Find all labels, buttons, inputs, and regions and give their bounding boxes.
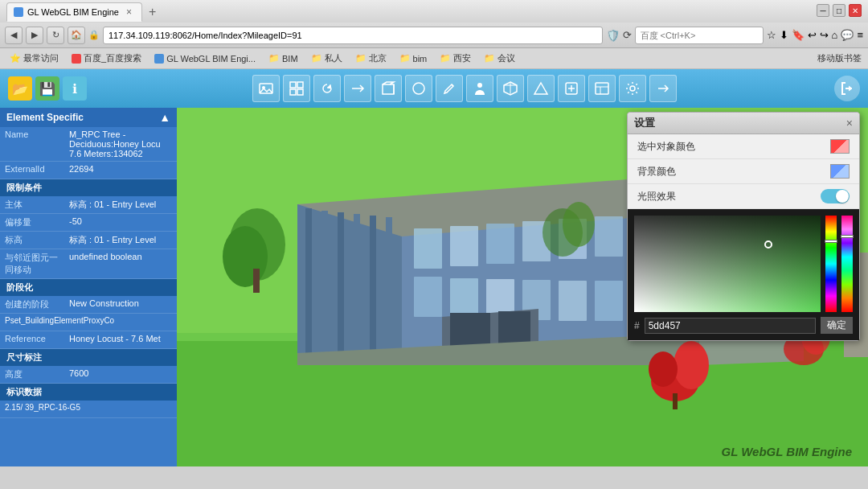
grid-tool-button[interactable] (283, 75, 310, 102)
hue-strip[interactable] (825, 216, 837, 312)
bookmark-private[interactable]: 📁 私人 (308, 51, 346, 66)
color-gradient-area[interactable] (634, 216, 821, 312)
bookmark-frequent[interactable]: ⭐ 最常访问 (6, 51, 62, 66)
reload-icon[interactable]: ⟳ (623, 29, 632, 41)
mobile-bookmark-button[interactable]: 移动版书签 (817, 52, 862, 64)
bookmark-label: 私人 (325, 52, 342, 64)
color-confirm-button[interactable]: 确定 (821, 317, 853, 334)
bookmark-label: 百度_百度搜索 (84, 52, 141, 64)
info-button[interactable]: ℹ (63, 76, 87, 101)
svg-rect-36 (450, 278, 478, 318)
color-picker-footer: # 确定 (634, 317, 853, 334)
pen-tool-button[interactable] (436, 75, 463, 102)
home2-icon[interactable]: ⌂ (832, 29, 838, 41)
toolbar-tools (252, 75, 677, 102)
shape-tool-button[interactable] (405, 75, 432, 102)
cube-tool-button[interactable] (497, 75, 524, 102)
panel-row-level: 标高 标高 : 01 - Entry Level (0, 232, 177, 249)
rotate-tool-button[interactable] (313, 75, 341, 102)
color-picker-main (634, 216, 853, 312)
bg-color-swatch[interactable] (830, 164, 850, 179)
name-value: M_RPC Tree -Deciduous:Honey Locu7.6 Mete… (64, 127, 177, 161)
refresh-button[interactable]: ↻ (47, 27, 64, 44)
open-folder-button[interactable]: 📂 (8, 76, 32, 101)
forward2-icon[interactable]: ↪ (820, 29, 829, 41)
save-file-button[interactable]: 💾 (35, 76, 59, 101)
tab-close-icon[interactable]: × (126, 6, 132, 18)
back-button[interactable]: ◀ (5, 27, 23, 44)
extra-color-strip[interactable] (841, 216, 853, 312)
chat-icon[interactable]: 💬 (841, 29, 854, 41)
folder-icon: 📁 (440, 53, 451, 64)
person-tool-button[interactable] (466, 75, 493, 102)
move-tool-button[interactable] (558, 75, 585, 102)
svg-point-19 (630, 86, 635, 91)
image-tool-button[interactable] (252, 75, 280, 102)
section-identity: 标识数据 (0, 384, 177, 401)
bookmark-baidu[interactable]: 百度_百度搜索 (68, 51, 145, 66)
color-hex-input[interactable] (645, 318, 816, 334)
svg-rect-6 (383, 84, 394, 94)
bookmark-bim3[interactable]: 📁 bim (396, 51, 431, 65)
search-input[interactable] (635, 27, 764, 44)
active-tab[interactable]: GL WebGL BIM Engine × (6, 2, 142, 22)
reference-value: Honey Locust - 7.6 Met (64, 331, 177, 348)
arrow-tool-button[interactable] (344, 75, 371, 102)
svg-point-59 (674, 341, 709, 389)
viewport[interactable]: 设置 × 选中对象颜色 背景颜色 光照效果 (177, 108, 868, 466)
svg-point-25 (223, 226, 268, 287)
select-color-swatch[interactable] (830, 139, 850, 154)
bookmark-bim[interactable]: GL WebGL BIM Engi... (151, 52, 259, 65)
bookmark-beijing[interactable]: 📁 北京 (352, 51, 390, 66)
reference-label: Reference (0, 331, 64, 348)
folder-icon: 📁 (311, 53, 322, 64)
svg-rect-27 (414, 228, 442, 269)
svg-rect-16 (596, 83, 608, 94)
panel-title: Element Specific (6, 112, 84, 123)
color-sliders (825, 216, 837, 312)
settings-panel: 设置 × 选中对象颜色 背景颜色 光照效果 (627, 112, 860, 341)
logout-button[interactable] (834, 76, 860, 101)
forward-button[interactable]: ▶ (26, 27, 43, 44)
box-tool-button[interactable] (375, 75, 402, 102)
svg-rect-52 (370, 216, 376, 352)
settings-tool-button[interactable] (619, 75, 646, 102)
maximize-button[interactable]: □ (833, 4, 845, 17)
bookmark-bim2[interactable]: 📁 BIM (265, 51, 301, 65)
settings-row-bg-color: 背景颜色 (628, 159, 859, 184)
panel-scroll-icon[interactable]: ▲ (159, 111, 170, 124)
app-toolbar: 📂 💾 ℹ (0, 69, 868, 108)
back2-icon[interactable]: ↩ (808, 29, 817, 41)
folder-icon: 📁 (484, 53, 495, 64)
bookmark-label: GL WebGL BIM Engi... (166, 54, 256, 64)
svg-rect-2 (290, 82, 296, 88)
panel-row-reference: Reference Honey Locust - 7.6 Met (0, 331, 177, 349)
address-bar[interactable] (103, 27, 603, 44)
triangle-tool-button[interactable] (527, 75, 555, 102)
bookmark-label: 最常访问 (23, 52, 59, 64)
more-icon[interactable]: ≡ (857, 29, 863, 41)
offset-value: -50 (64, 214, 177, 231)
minimize-button[interactable]: ─ (817, 4, 829, 17)
created-phase-label: 创建的阶段 (0, 296, 64, 313)
view-tool-button[interactable] (588, 75, 616, 102)
color-picker: # 确定 (628, 209, 859, 340)
star-icon[interactable]: ☆ (767, 29, 776, 41)
new-tab-button[interactable]: + (142, 3, 162, 21)
hash-symbol: # (634, 320, 640, 331)
hue-handle (825, 240, 837, 243)
bookmark-meeting[interactable]: 📁 会议 (481, 51, 518, 66)
arrow2-tool-button[interactable] (649, 75, 677, 102)
bookmark-icon[interactable]: 🔖 (792, 29, 805, 41)
bookmark-xian[interactable]: 📁 西安 (436, 51, 474, 66)
lighting-toggle[interactable] (821, 189, 850, 203)
externalid-value: 22694 (64, 162, 177, 179)
svg-rect-28 (450, 226, 478, 266)
close-button[interactable]: ✕ (849, 4, 862, 17)
home-button[interactable]: 🏠 (68, 27, 85, 44)
download-icon[interactable]: ⬇ (780, 29, 788, 41)
settings-close-button[interactable]: × (846, 117, 853, 129)
svg-rect-39 (559, 281, 587, 321)
svg-rect-49 (321, 211, 328, 354)
svg-rect-29 (486, 224, 514, 264)
